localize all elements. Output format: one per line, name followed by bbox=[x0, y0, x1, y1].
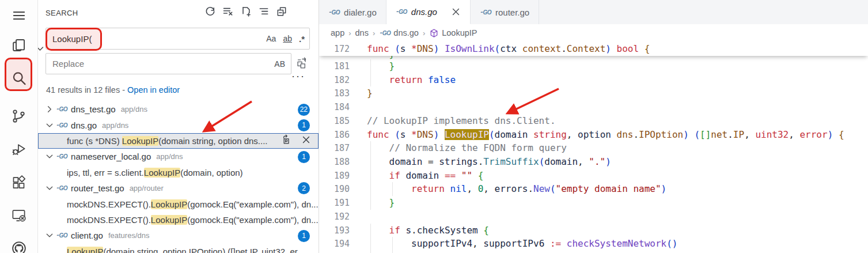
match-count-badge: 1 bbox=[298, 151, 310, 163]
match-case-icon[interactable]: Aa bbox=[266, 34, 276, 43]
extensions-icon bbox=[11, 175, 26, 190]
chevron-right-icon[interactable] bbox=[45, 104, 54, 114]
search-query-text: LookupIP( bbox=[46, 34, 92, 44]
code-editor[interactable]: 172func (s *DNS) IsOwnLink(ctx context.C… bbox=[319, 41, 868, 253]
go-file-icon: GO bbox=[56, 232, 67, 239]
activity-bar-item-files-icon[interactable] bbox=[0, 33, 37, 56]
replace-all-icon[interactable] bbox=[296, 57, 308, 71]
tab-dialer.go[interactable]: GOdialer.go bbox=[319, 0, 386, 24]
open-in-editor-link[interactable]: Open in editor bbox=[127, 85, 180, 95]
code-line[interactable]: 189 if domain == "" { bbox=[319, 169, 868, 183]
tab-dns.go[interactable]: GOdns.go bbox=[386, 0, 471, 24]
activity-bar-item-search-icon[interactable] bbox=[0, 67, 37, 90]
menu-icon bbox=[12, 8, 26, 23]
result-match-row[interactable]: func (s *DNS) LookupIP(domain string, op… bbox=[38, 133, 319, 149]
code-line[interactable]: } bbox=[319, 56, 868, 59]
breadcrumb-item-dns.go[interactable]: GOdns.go bbox=[379, 28, 419, 37]
chevron-down-icon[interactable] bbox=[45, 120, 54, 130]
chevron-down-icon[interactable] bbox=[45, 231, 54, 240]
breadcrumb-item-app[interactable]: app bbox=[331, 28, 344, 37]
results-summary: 41 results in 12 files - Open in editor bbox=[46, 85, 180, 95]
result-file-row[interactable]: GO client.go features/dns 1 bbox=[38, 228, 319, 243]
result-match-row[interactable]: mockDNS.EXPECT().LookupIP(gomock.Eq("exa… bbox=[38, 212, 319, 228]
remote-explorer-icon bbox=[11, 207, 26, 223]
go-file-icon: GO bbox=[379, 30, 391, 36]
activity-bar-item-remote-explorer-icon[interactable] bbox=[0, 203, 37, 226]
search-results-list: GO dns_test.go app/dns 22 GO dns.go app/… bbox=[38, 101, 319, 253]
result-match-row[interactable]: LookupIP(domain string, option IPOption)… bbox=[38, 244, 319, 253]
code-line[interactable]: 187 // Normalize the FQDN form query bbox=[319, 141, 868, 155]
tab-router.go[interactable]: GOrouter.go bbox=[471, 0, 539, 24]
replace-input[interactable]: Replace AB bbox=[46, 53, 291, 74]
breadcrumb: app›dns›GOdns.go›LookupIP bbox=[319, 24, 868, 41]
search-icon bbox=[11, 70, 27, 86]
close-tab-icon[interactable] bbox=[451, 7, 461, 17]
sticky-scroll-line[interactable]: 172func (s *DNS) IsOwnLink(ctx context.C… bbox=[319, 41, 868, 56]
breadcrumb-item-LookupIP[interactable]: LookupIP bbox=[429, 28, 477, 38]
result-file-row[interactable]: GO nameserver_local.go app/dns 1 bbox=[38, 149, 319, 164]
replace-one-icon[interactable] bbox=[282, 134, 293, 147]
go-file-icon: GO bbox=[56, 122, 67, 129]
go-file-icon: GO bbox=[328, 9, 340, 16]
match-count-badge: 1 bbox=[298, 119, 310, 131]
go-file-icon: GO bbox=[56, 153, 67, 160]
source-control-icon bbox=[11, 108, 26, 124]
search-input[interactable]: LookupIP( Aaab.* bbox=[46, 28, 310, 50]
match-count-badge: 1 bbox=[298, 230, 310, 242]
code-line[interactable]: 190 return nil, 0, errors.New("empty dom… bbox=[319, 182, 868, 196]
go-file-icon: GO bbox=[56, 185, 67, 191]
go-file-icon: GO bbox=[396, 9, 407, 15]
activity-bar-item-extensions-icon[interactable] bbox=[0, 171, 37, 194]
activity-bar bbox=[0, 0, 38, 253]
github-icon bbox=[11, 240, 27, 253]
code-line[interactable]: 186func (s *DNS) LookupIP(domain string,… bbox=[319, 128, 868, 142]
go-file-icon: GO bbox=[56, 106, 67, 112]
activity-bar-item-menu-icon[interactable] bbox=[0, 4, 37, 27]
clear-results-icon[interactable] bbox=[222, 6, 234, 17]
chevron-down-icon[interactable] bbox=[45, 152, 54, 161]
code-line[interactable]: 184 bbox=[319, 100, 868, 114]
whole-word-icon[interactable]: ab bbox=[283, 34, 292, 43]
files-icon bbox=[11, 37, 26, 53]
code-line[interactable]: 195 option.IPv4Enable = option.IPv4Enabl… bbox=[319, 251, 868, 253]
clipped-scroll-line: } bbox=[319, 56, 868, 59]
search-sidebar: SEARCH LookupIP( Aaab.* Replace AB ··· 4… bbox=[38, 0, 319, 253]
new-search-editor-icon[interactable] bbox=[240, 6, 252, 17]
results-count: 41 results in 12 files bbox=[46, 85, 120, 95]
go-file-icon: GO bbox=[480, 9, 491, 16]
result-file-row[interactable]: GO router_test.go app/router 2 bbox=[38, 180, 319, 196]
debug-icon bbox=[11, 141, 26, 157]
panel-title: SEARCH bbox=[46, 9, 78, 17]
breadcrumb-item-dns[interactable]: dns bbox=[355, 28, 369, 37]
code-line[interactable]: 191 } bbox=[319, 196, 868, 210]
dismiss-match-icon[interactable] bbox=[301, 135, 311, 146]
result-match-row[interactable]: ips, ttl, err = s.client.LookupIP(domain… bbox=[38, 165, 319, 180]
activity-bar-item-source-control-icon[interactable] bbox=[0, 104, 37, 127]
activity-bar-item-github-icon[interactable] bbox=[0, 237, 37, 253]
symbol-method-icon bbox=[429, 28, 439, 38]
result-file-row[interactable]: GO dns.go app/dns 1 bbox=[38, 117, 319, 133]
code-line[interactable]: 181 } bbox=[319, 59, 868, 73]
code-line[interactable]: 193 if s.checkSystem { bbox=[319, 224, 868, 237]
collapse-all-icon[interactable] bbox=[276, 6, 287, 17]
code-line[interactable]: 194 supportIPv4, supportIPv6 := checkSys… bbox=[319, 237, 868, 251]
refresh-icon[interactable] bbox=[204, 6, 216, 17]
match-count-badge: 22 bbox=[298, 104, 310, 116]
code-line[interactable]: 172func (s *DNS) IsOwnLink(ctx context.C… bbox=[319, 41, 868, 56]
preserve-case-icon[interactable]: AB bbox=[274, 59, 285, 69]
tab-bar: GOdialer.go GOdns.go GOrouter.go bbox=[319, 0, 868, 25]
more-actions-icon[interactable]: ··· bbox=[291, 70, 305, 82]
result-match-row[interactable]: mockDNS.EXPECT().LookupIP(gomock.Eq("exa… bbox=[38, 196, 319, 212]
result-file-row[interactable]: GO dns_test.go app/dns 22 bbox=[38, 101, 319, 117]
match-count-badge: 2 bbox=[298, 182, 310, 194]
code-line[interactable]: 192 bbox=[319, 210, 868, 224]
code-line[interactable]: 183} bbox=[319, 86, 868, 100]
view-as-list-icon[interactable] bbox=[258, 6, 270, 17]
activity-bar-item-debug-icon[interactable] bbox=[0, 137, 37, 160]
regex-icon[interactable]: .* bbox=[299, 34, 305, 44]
code-line[interactable]: 185// LookupIP implements dns.Client. bbox=[319, 114, 868, 128]
chevron-down-icon[interactable] bbox=[45, 183, 54, 193]
replace-placeholder: Replace bbox=[46, 59, 84, 69]
code-line[interactable]: 188 domain = strings.TrimSuffix(domain, … bbox=[319, 155, 868, 169]
code-line[interactable]: 182 return false bbox=[319, 73, 868, 87]
